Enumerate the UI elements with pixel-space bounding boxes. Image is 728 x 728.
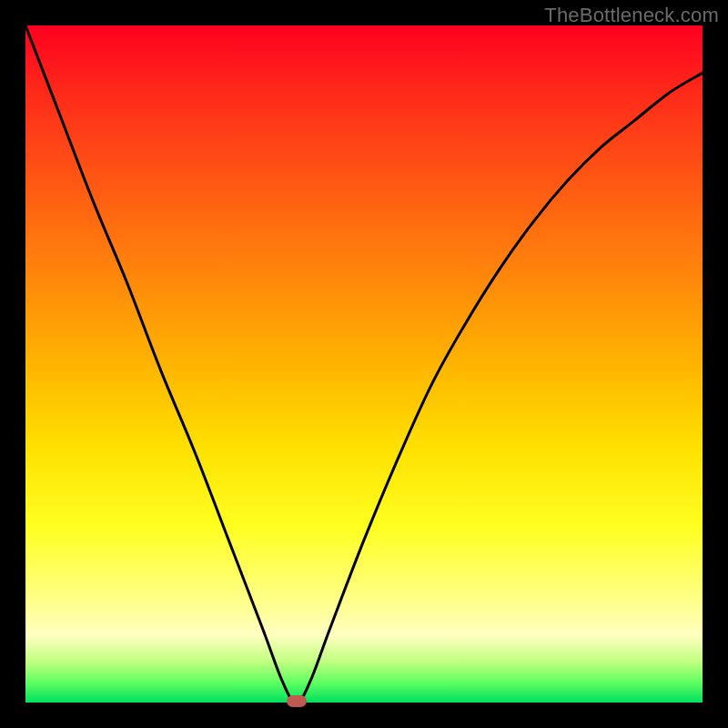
watermark-text: TheBottleneck.com [544,4,719,27]
chart-frame: TheBottleneck.com [0,0,728,728]
bottleneck-curve [25,25,703,703]
plot-area [25,25,703,703]
minimum-marker [287,695,307,707]
